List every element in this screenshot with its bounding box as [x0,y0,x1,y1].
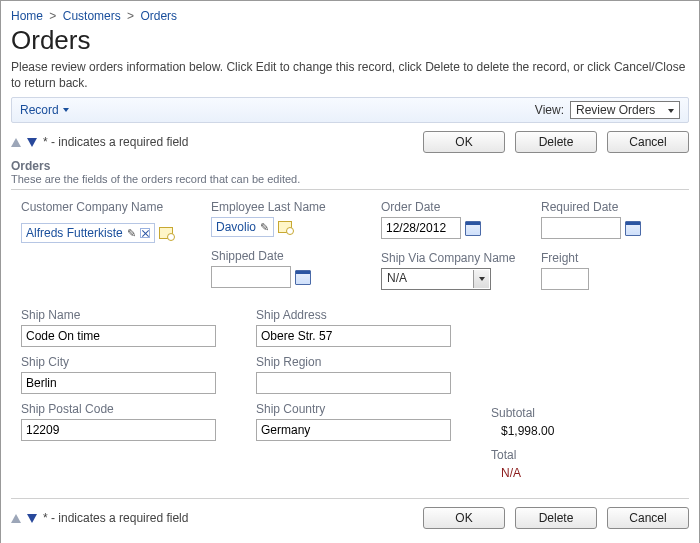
scroll-down-icon[interactable] [27,514,37,523]
record-menu-label: Record [20,103,59,117]
label-customer-company: Customer Company Name [21,200,201,214]
caret-down-icon [668,109,674,113]
label-shipped-date: Shipped Date [211,249,371,263]
customer-company-link[interactable]: Alfreds Futterkiste [26,226,123,240]
label-employee-last: Employee Last Name [211,200,371,214]
caret-down-icon [479,277,485,281]
required-note-text: * - indicates a required field [43,511,188,525]
scroll-down-icon[interactable] [27,138,37,147]
ship-city-input[interactable] [21,372,216,394]
calendar-icon[interactable] [295,270,311,285]
order-date-input[interactable] [381,217,461,239]
action-row-bottom: * - indicates a required field OK Delete… [11,507,689,529]
ship-via-value: N/A [387,271,407,285]
section-title: Orders [11,159,689,173]
edit-icon[interactable]: ✎ [260,221,269,234]
required-note: * - indicates a required field [11,135,188,149]
ship-postal-input[interactable] [21,419,216,441]
divider [11,498,689,499]
view-switcher: View: Review Orders [535,101,680,119]
ship-name-input[interactable] [21,325,216,347]
view-label: View: [535,103,564,117]
breadcrumb-sep-icon: > [124,9,137,23]
label-ship-city: Ship City [21,355,246,369]
page-title: Orders [11,25,689,56]
freight-input[interactable] [541,268,589,290]
required-note: * - indicates a required field [11,511,188,525]
label-subtotal: Subtotal [491,406,651,420]
label-order-date: Order Date [381,200,531,214]
clear-icon[interactable] [140,228,150,238]
new-record-icon[interactable] [159,227,173,239]
delete-button[interactable]: Delete [515,507,597,529]
label-ship-postal: Ship Postal Code [21,402,246,416]
required-note-text: * - indicates a required field [43,135,188,149]
view-select[interactable]: Review Orders [570,101,680,119]
section-desc: These are the fields of the orders recor… [11,173,689,185]
breadcrumb: Home > Customers > Orders [11,7,689,25]
breadcrumb-customers[interactable]: Customers [63,9,121,23]
record-menu[interactable]: Record [20,103,69,117]
action-row-top: * - indicates a required field OK Delete… [11,131,689,153]
label-total: Total [491,448,651,462]
scroll-up-icon[interactable] [11,514,21,523]
divider [11,189,689,190]
ship-country-input[interactable] [256,419,451,441]
customer-company-value-box: Alfreds Futterkiste ✎ [21,223,155,243]
calendar-icon[interactable] [465,221,481,236]
label-ship-country: Ship Country [256,402,481,416]
view-select-value: Review Orders [576,103,655,117]
required-date-input[interactable] [541,217,621,239]
edit-icon[interactable]: ✎ [127,227,136,240]
caret-down-icon [63,108,69,112]
ok-button[interactable]: OK [423,507,505,529]
breadcrumb-current: Orders [140,9,177,23]
employee-last-value-box: Davolio ✎ [211,217,274,237]
ship-region-input[interactable] [256,372,451,394]
employee-last-lookup: Davolio ✎ [211,217,371,237]
breadcrumb-sep-icon: > [46,9,59,23]
label-required-date: Required Date [541,200,691,214]
breadcrumb-home[interactable]: Home [11,9,43,23]
delete-button[interactable]: Delete [515,131,597,153]
label-ship-via: Ship Via Company Name [381,251,531,265]
toolbar: Record View: Review Orders [11,97,689,123]
form-grid-upper: Customer Company Name Alfreds Futterkist… [11,200,689,290]
total-value: N/A [491,466,651,480]
calendar-icon[interactable] [625,221,641,236]
new-record-icon[interactable] [278,221,292,233]
shipped-date-input[interactable] [211,266,291,288]
form-grid-lower: Ship Name Ship Address Ship City Ship Re… [11,308,689,480]
subtotal-value: $1,998.00 [491,424,651,438]
ship-via-select[interactable]: N/A [381,268,491,290]
scroll-up-icon[interactable] [11,138,21,147]
ok-button[interactable]: OK [423,131,505,153]
label-ship-address: Ship Address [256,308,481,322]
label-ship-region: Ship Region [256,355,481,369]
label-ship-name: Ship Name [21,308,246,322]
ship-address-input[interactable] [256,325,451,347]
cancel-button[interactable]: Cancel [607,507,689,529]
label-freight: Freight [541,251,691,265]
cancel-button[interactable]: Cancel [607,131,689,153]
employee-last-link[interactable]: Davolio [216,220,256,234]
page-description: Please review orders information below. … [11,60,689,91]
customer-company-lookup: Alfreds Futterkiste ✎ [21,223,201,243]
